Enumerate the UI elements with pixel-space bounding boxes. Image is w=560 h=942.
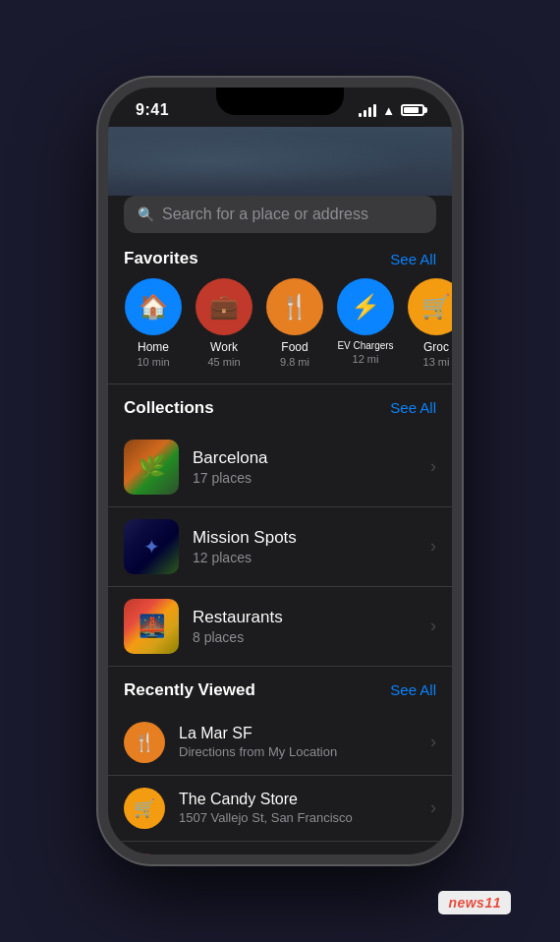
restaurants-thumbnail (124, 599, 179, 654)
lamar-icon: 🍴 (124, 722, 165, 763)
restaurants-info: Restaurants 8 places (193, 608, 417, 645)
recently-viewed-header: Recently Viewed See All (108, 677, 452, 710)
recent-lamar[interactable]: 🍴 La Mar SF Directions from My Location … (108, 710, 452, 776)
search-placeholder: Search for a place or address (162, 206, 368, 223)
chevron-icon-2: › (430, 536, 436, 557)
phone-screen: 9:41 ▲ 🔍 (108, 88, 452, 854)
candy-info: The Candy Store 1507 Vallejo St, San Fra… (179, 791, 417, 825)
phone-frame: 9:41 ▲ 🔍 (98, 78, 462, 864)
home-sub: 10 min (137, 356, 169, 368)
ev-label: EV Chargers (337, 340, 393, 351)
search-bar[interactable]: 🔍 Search for a place or address (124, 196, 436, 233)
favorite-item-work[interactable]: 💼 Work 45 min (195, 278, 253, 368)
candy-name: The Candy Store (179, 791, 417, 808)
chevron-icon: › (430, 456, 436, 477)
home-icon: 🏠 (125, 278, 182, 335)
collections-title: Collections (124, 398, 214, 418)
candy-icon: 🛒 (124, 788, 165, 829)
collection-restaurants[interactable]: Restaurants 8 places › (108, 587, 452, 667)
recently-viewed-list: 🍴 La Mar SF Directions from My Location … (108, 710, 452, 855)
notch (216, 88, 344, 115)
mission-count: 12 places (193, 550, 417, 565)
work-icon: 💼 (196, 278, 252, 335)
barcelona-thumbnail (124, 440, 179, 495)
recently-viewed-title: Recently Viewed (124, 680, 255, 700)
time-display: 9:41 (136, 101, 169, 119)
favorites-list: 🏠 Home 10 min 💼 Work 45 min 🍴 Food 9.8 m… (108, 278, 452, 383)
food-label: Food (281, 340, 308, 354)
recent-candy[interactable]: 🛒 The Candy Store 1507 Vallejo St, San F… (108, 776, 452, 842)
favorites-see-all[interactable]: See All (390, 251, 436, 267)
collections-list: Barcelona 17 places › Mission Spots 12 p… (108, 428, 452, 667)
favorite-item-home[interactable]: 🏠 Home 10 min (124, 278, 183, 368)
favorite-item-groc[interactable]: 🛒 Groc 13 mi (407, 278, 452, 368)
barcelona-info: Barcelona 17 places (193, 448, 417, 486)
watermark: news11 (438, 891, 511, 914)
candy-chevron: › (430, 797, 436, 818)
favorites-section-header: Favorites See All (108, 245, 452, 278)
chevron-icon-3: › (430, 616, 436, 636)
status-bar: 9:41 ▲ (108, 88, 452, 127)
groc-icon: 🛒 (408, 278, 452, 335)
wifi-icon: ▲ (382, 103, 395, 118)
recent-stonemill[interactable]: ☕ Stonemill Matcha 561 Valencia St, San … (108, 842, 452, 855)
barcelona-name: Barcelona (193, 448, 417, 468)
home-label: Home (138, 340, 169, 354)
collection-barcelona[interactable]: Barcelona 17 places › (108, 428, 452, 507)
divider-1 (108, 383, 452, 384)
collection-mission[interactable]: Mission Spots 12 places › (108, 507, 452, 587)
work-label: Work (210, 340, 238, 354)
food-sub: 9.8 mi (280, 356, 309, 368)
food-icon: 🍴 (266, 278, 323, 335)
lamar-addr: Directions from My Location (179, 744, 417, 759)
groc-sub: 13 mi (423, 356, 450, 368)
search-icon: 🔍 (138, 206, 154, 222)
lamar-chevron: › (430, 732, 436, 752)
favorites-title: Favorites (124, 249, 198, 268)
battery-icon (401, 104, 424, 116)
work-sub: 45 min (207, 356, 240, 368)
stonemill-icon: ☕ (124, 854, 165, 855)
collections-see-all[interactable]: See All (390, 399, 436, 416)
ev-icon: ⚡ (337, 278, 394, 335)
lamar-info: La Mar SF Directions from My Location (179, 725, 417, 759)
ev-sub: 12 mi (353, 353, 379, 365)
signal-bars-icon (359, 104, 376, 117)
groc-label: Groc (423, 340, 449, 354)
barcelona-count: 17 places (193, 470, 417, 486)
mission-thumbnail (124, 519, 179, 574)
mission-info: Mission Spots 12 places (193, 528, 417, 565)
favorite-item-food[interactable]: 🍴 Food 9.8 mi (265, 278, 324, 368)
recently-viewed-see-all[interactable]: See All (390, 681, 436, 698)
candy-addr: 1507 Vallejo St, San Francisco (179, 810, 417, 825)
restaurants-count: 8 places (193, 629, 417, 645)
collections-section-header: Collections See All (108, 394, 452, 428)
favorite-item-ev[interactable]: ⚡ EV Chargers 12 mi (336, 278, 395, 368)
restaurants-name: Restaurants (193, 608, 417, 627)
mission-name: Mission Spots (193, 528, 417, 548)
lamar-name: La Mar SF (179, 725, 417, 742)
map-background (108, 127, 452, 196)
status-icons: ▲ (359, 103, 424, 118)
phone-wrapper: 9:41 ▲ 🔍 (0, 0, 560, 942)
